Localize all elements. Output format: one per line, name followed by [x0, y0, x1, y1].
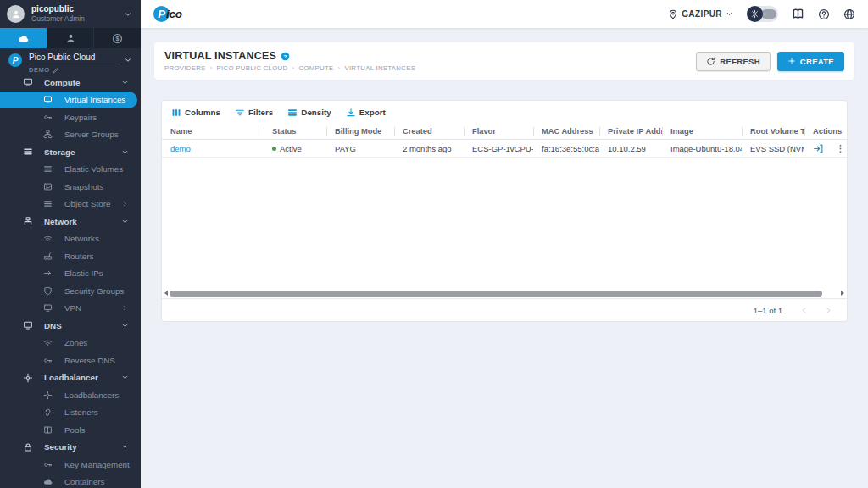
column-header-billing-mode[interactable]: Billing Mode	[326, 124, 394, 139]
sidebar-item-reverse-dns[interactable]: Reverse DNS	[0, 352, 141, 369]
snapshot-icon	[42, 182, 53, 191]
grid-icon	[42, 425, 53, 435]
column-header-image[interactable]: Image	[662, 124, 742, 139]
column-header-actions[interactable]: Actions	[804, 124, 847, 139]
sidebar-label: Key Management	[64, 460, 130, 469]
cell-flavor: ECS-GP-1vCPU-2GB	[464, 144, 533, 153]
column-header-created[interactable]: Created	[394, 124, 464, 139]
chevron-down-icon	[121, 148, 129, 156]
server-group-icon	[42, 130, 53, 139]
create-button[interactable]: CREATE	[777, 52, 844, 71]
sidebar-item-virtual-instances[interactable]: Virtual Instances	[0, 92, 137, 109]
sidebar-section-compute[interactable]: Compute	[0, 74, 141, 92]
toolbar-filters-button[interactable]: Filters	[235, 108, 273, 118]
sidebar-item-server-groups[interactable]: Server Groups	[0, 126, 141, 144]
logo-text: ico	[166, 8, 182, 20]
sidebar-section-storage[interactable]: Storage	[0, 143, 141, 161]
instances-table-card: ColumnsFiltersDensityExport NameStatusBi…	[161, 100, 848, 322]
instance-name-link[interactable]: demo	[162, 144, 264, 153]
create-button-label: CREATE	[800, 57, 834, 66]
user-menu[interactable]: picopublic Customer Admin	[0, 0, 141, 28]
cloud-icon	[42, 477, 53, 486]
scroll-thumb[interactable]	[170, 291, 822, 297]
sidebar-tab-cloud[interactable]	[0, 28, 47, 48]
sidebar-section-security[interactable]: Security	[0, 439, 141, 457]
toolbar-columns-button[interactable]: Columns	[171, 108, 220, 118]
sidebar-section-loadbalancer[interactable]: Loadbalancer	[0, 369, 141, 387]
docs-book-icon[interactable]	[792, 8, 804, 20]
arrow-right-icon	[42, 269, 53, 278]
sidebar-tab-billing[interactable]: $	[94, 28, 141, 48]
sidebar-label: Loadbalancer	[44, 373, 98, 382]
breadcrumb-item-compute[interactable]: COMPUTE	[298, 64, 333, 72]
breadcrumb-item-pico-public-cloud[interactable]: PICO PUBLIC CLOUD	[217, 64, 288, 72]
sidebar-item-key-management[interactable]: Key Management	[0, 456, 141, 474]
scroll-right-arrow[interactable]	[841, 291, 844, 296]
sidebar-tab-person[interactable]	[47, 28, 95, 48]
provider-selector[interactable]: P Pico Public Cloud DEMO	[0, 48, 141, 72]
key-icon	[42, 356, 53, 365]
region-label: GAZIPUR	[682, 9, 722, 19]
sidebar-item-keypairs[interactable]: Keypairs	[0, 108, 141, 126]
scroll-left-arrow[interactable]	[164, 291, 168, 296]
column-header-status[interactable]: Status	[264, 124, 326, 139]
column-header-name[interactable]: Name	[162, 124, 264, 139]
info-help-icon[interactable]: ?	[281, 52, 290, 61]
wifi-icon	[42, 338, 53, 347]
column-header-private-ip-address[interactable]: Private IP Address	[599, 124, 662, 139]
toggle-knob	[761, 9, 776, 19]
scroll-track[interactable]	[170, 291, 839, 297]
sidebar-item-elastic-volumes[interactable]: Elastic Volumes	[0, 161, 141, 179]
sidebar-section-network[interactable]: Network	[0, 213, 141, 230]
sidebar-label: Pools	[64, 425, 86, 435]
app-logo[interactable]: P ico	[153, 6, 182, 22]
toolbar-label: Export	[359, 108, 386, 117]
breadcrumb-item-providers[interactable]: PROVIDERS	[164, 64, 206, 72]
page-title: VIRTUAL INSTANCES	[164, 50, 276, 62]
prev-page-icon[interactable]	[799, 306, 809, 315]
sidebar-item-elastic-ips[interactable]: Elastic IPs	[0, 265, 141, 283]
sidebar-label: Network	[44, 217, 77, 226]
wifi-icon	[42, 234, 53, 243]
sidebar-menu: ComputeVirtual InstancesKeypairsServer G…	[0, 72, 141, 488]
sidebar-item-object-store[interactable]: Object Store	[0, 196, 141, 214]
login-icon[interactable]	[813, 143, 824, 154]
column-header-root-volume-type[interactable]: Root Volume Type	[742, 124, 804, 139]
theme-toggle[interactable]	[747, 6, 778, 22]
next-page-icon[interactable]	[824, 306, 833, 315]
column-header-flavor[interactable]: Flavor	[464, 124, 533, 139]
sidebar-label: Listeners	[64, 408, 98, 417]
sidebar-item-loadbalancers[interactable]: Loadbalancers	[0, 386, 141, 404]
breadcrumb-separator: ›	[210, 64, 213, 72]
sidebar-item-vpn[interactable]: VPN	[0, 300, 141, 318]
sidebar-label: Security Groups	[64, 286, 124, 296]
sidebar-item-networks[interactable]: Networks	[0, 230, 141, 248]
toolbar-export-button[interactable]: Export	[346, 108, 386, 118]
sidebar-item-snapshots[interactable]: Snapshots	[0, 178, 141, 196]
pagination-range: 1–1 of 1	[754, 306, 782, 315]
sidebar-section-dns[interactable]: DNS	[0, 317, 141, 335]
breadcrumb-separator: ›	[292, 64, 294, 72]
sidebar-item-containers[interactable]: Containers	[0, 474, 141, 488]
sidebar-item-zones[interactable]: Zones	[0, 335, 141, 352]
table-header-row: NameStatusBilling ModeCreatedFlavorMAC A…	[162, 124, 847, 140]
sidebar-item-listeners[interactable]: Listeners	[0, 404, 141, 422]
sidebar-label: Snapshots	[64, 182, 103, 191]
sidebar-item-routers[interactable]: Routers	[0, 247, 141, 265]
sidebar-item-security-groups[interactable]: Security Groups	[0, 282, 141, 300]
density-icon	[287, 108, 298, 118]
refresh-button[interactable]: REFRESH	[696, 52, 771, 71]
crosshair-icon	[22, 373, 33, 383]
column-header-mac-address[interactable]: MAC Address	[533, 124, 599, 139]
breadcrumb-item-virtual-instances[interactable]: VIRTUAL INSTANCES	[344, 64, 415, 72]
listener-icon	[42, 408, 53, 417]
toolbar-density-button[interactable]: Density	[287, 108, 331, 118]
user-meta: picopublic Customer Admin	[31, 4, 85, 23]
help-icon[interactable]	[818, 8, 830, 20]
more-vertical-icon[interactable]	[835, 143, 846, 154]
sidebar-item-pools[interactable]: Pools	[0, 421, 141, 439]
stack-icon	[42, 199, 53, 208]
region-selector[interactable]: GAZIPUR	[668, 9, 733, 19]
user-role: Customer Admin	[31, 14, 85, 23]
language-globe-icon[interactable]	[843, 8, 855, 20]
